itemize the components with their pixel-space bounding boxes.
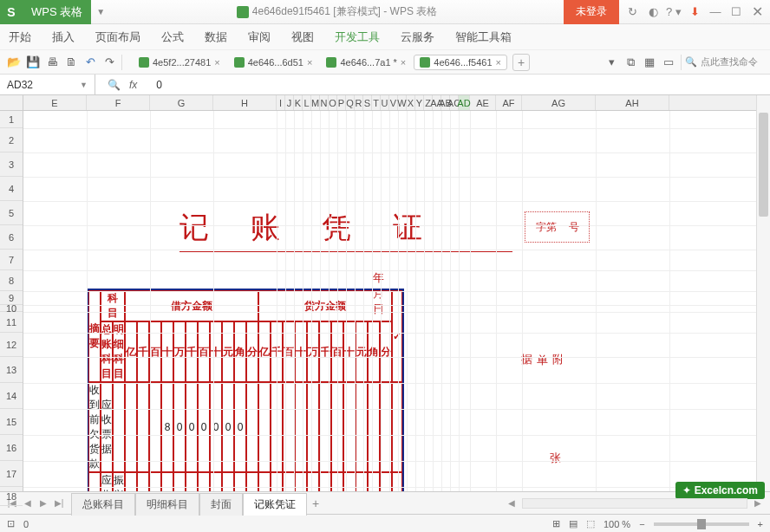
grid-icon[interactable]: ▦ [641, 54, 658, 71]
col-header-J[interactable]: J [285, 95, 294, 110]
doc-tab[interactable]: 4e646...7a1 *× [320, 55, 412, 70]
menu-数据[interactable]: 数据 [205, 29, 227, 45]
last-sheet-icon[interactable]: ▶| [52, 496, 66, 510]
row-header-11[interactable]: 11 [0, 312, 23, 333]
row-header-2[interactable]: 2 [0, 128, 23, 152]
minimize-icon[interactable]: — [706, 3, 725, 22]
menu-公式[interactable]: 公式 [161, 29, 184, 45]
print-icon[interactable]: 🖶 [43, 54, 61, 71]
scrollbar-thumb[interactable] [759, 113, 768, 217]
vertical-scrollbar[interactable] [756, 95, 770, 491]
zoom-thumb[interactable] [697, 519, 706, 529]
menu-开始[interactable]: 开始 [9, 29, 31, 45]
col-header-AF[interactable]: AF [496, 95, 522, 110]
col-header-AE[interactable]: AE [470, 95, 496, 110]
zoom-out-icon[interactable]: − [639, 519, 644, 529]
command-search[interactable]: 🔍 点此查找命令 [685, 55, 765, 68]
view-normal-icon[interactable]: ⊞ [552, 518, 560, 529]
doc-tab-close-icon[interactable]: × [307, 57, 312, 68]
row-header-16[interactable]: 16 [0, 435, 23, 461]
col-header-Q[interactable]: Q [346, 95, 355, 110]
menu-插入[interactable]: 插入 [52, 29, 75, 45]
col-header-I[interactable]: I [277, 95, 285, 110]
update-icon[interactable]: ⬇ [685, 3, 704, 22]
view-page-icon[interactable]: ▤ [569, 518, 578, 529]
col-header-O[interactable]: O [329, 95, 337, 110]
zoom-in-icon[interactable]: + [758, 519, 763, 529]
help-icon[interactable]: ? ▾ [664, 3, 683, 22]
row-header-12[interactable]: 12 [0, 333, 23, 357]
horizontal-scrollbar[interactable] [522, 498, 747, 509]
row-header-6[interactable]: 6 [0, 225, 23, 250]
row-header-7[interactable]: 7 [0, 250, 23, 270]
sheet-tab-记账凭证[interactable]: 记账凭证 [243, 493, 307, 516]
next-sheet-icon[interactable]: ▶ [36, 496, 50, 510]
ruler-icon[interactable]: ▭ [660, 54, 677, 71]
doc-tab-close-icon[interactable]: × [214, 57, 219, 68]
col-header-F[interactable]: F [87, 95, 150, 110]
row-header-18[interactable]: 18 [0, 487, 23, 506]
doc-tab[interactable]: 4e646...f5461× [414, 55, 507, 70]
col-header-L[interactable]: L [303, 95, 311, 110]
col-header-S[interactable]: S [363, 95, 372, 110]
zoom-slider[interactable] [654, 522, 749, 526]
col-header-K[interactable]: K [294, 95, 303, 110]
app-menu-dropdown-icon[interactable]: ▼ [91, 7, 110, 16]
doc-tab[interactable]: 4e646...6d51× [228, 55, 319, 70]
col-header-E[interactable]: E [23, 95, 87, 110]
row-header-1[interactable]: 1 [0, 111, 23, 128]
row-header-8[interactable]: 8 [0, 270, 23, 291]
col-header-W[interactable]: W [398, 95, 407, 110]
col-header-T[interactable]: T [372, 95, 381, 110]
col-header-AH[interactable]: AH [596, 95, 669, 110]
select-all-corner[interactable] [0, 95, 23, 111]
row-header-14[interactable]: 14 [0, 383, 23, 409]
menu-开发工具[interactable]: 开发工具 [335, 29, 380, 45]
col-header-X[interactable]: X [407, 95, 415, 110]
add-sheet-button[interactable]: + [307, 496, 324, 510]
row-header-3[interactable]: 3 [0, 152, 23, 177]
cell-reference-box[interactable]: AD32 ▼ [0, 75, 95, 95]
menu-云服务[interactable]: 云服务 [401, 29, 434, 45]
window-icon[interactable]: ⧉ [622, 54, 639, 71]
login-button[interactable]: 未登录 [564, 0, 619, 24]
menu-视图[interactable]: 视图 [291, 29, 314, 45]
dropdown-icon[interactable]: ▼ [80, 81, 88, 89]
sheet-tab-封面[interactable]: 封面 [199, 493, 243, 516]
hscroll-left-icon[interactable]: ◀ [505, 496, 519, 510]
col-header-G[interactable]: G [150, 95, 213, 110]
col-header-P[interactable]: P [337, 95, 346, 110]
undo-icon[interactable]: ↶ [82, 54, 99, 71]
new-doc-tab-button[interactable]: + [512, 54, 530, 71]
prev-sheet-icon[interactable]: ◀ [21, 496, 35, 510]
skin-icon[interactable]: ◐ [643, 3, 662, 22]
save-icon[interactable]: 💾 [24, 54, 42, 71]
row-header-15[interactable]: 15 [0, 409, 23, 435]
formula-input[interactable]: 0 [149, 79, 770, 91]
menu-审阅[interactable]: 审阅 [248, 29, 271, 45]
print-preview-icon[interactable]: 🗎 [62, 54, 80, 71]
row-header-4[interactable]: 4 [0, 177, 23, 201]
tab-list-icon[interactable]: ▾ [603, 54, 620, 71]
col-header-H[interactable]: H [213, 95, 277, 110]
col-header-U[interactable]: U [381, 95, 389, 110]
view-break-icon[interactable]: ⬚ [586, 518, 595, 529]
row-header-17[interactable]: 17 [0, 461, 23, 487]
row-header-5[interactable]: 5 [0, 201, 23, 225]
redo-icon[interactable]: ↷ [101, 54, 118, 71]
row-header-13[interactable]: 13 [0, 357, 23, 383]
row-header-10[interactable]: 10 [0, 305, 23, 312]
col-header-N[interactable]: N [320, 95, 329, 110]
fx-icon[interactable]: fx [129, 79, 137, 91]
col-header-AD[interactable]: AD [459, 95, 470, 110]
status-mode-icon[interactable]: ⊡ [7, 518, 15, 529]
doc-tab-close-icon[interactable]: × [496, 57, 501, 68]
close-icon[interactable]: ✕ [747, 3, 767, 22]
col-header-AG[interactable]: AG [522, 95, 596, 110]
menu-页面布局[interactable]: 页面布局 [95, 29, 140, 45]
fx-search-icon[interactable]: 🔍 [108, 79, 121, 91]
sync-icon[interactable]: ↻ [623, 3, 642, 22]
doc-tab-close-icon[interactable]: × [401, 57, 406, 68]
maximize-icon[interactable]: ☐ [727, 3, 746, 22]
sheet-tab-明细科目[interactable]: 明细科目 [135, 493, 199, 516]
